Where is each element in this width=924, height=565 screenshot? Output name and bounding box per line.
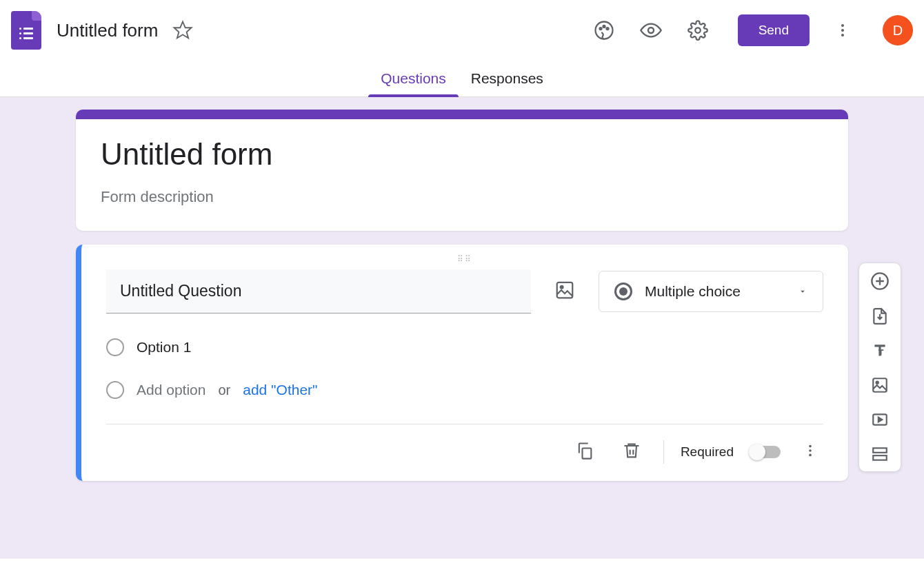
svg-point-9 (841, 34, 844, 37)
image-icon (871, 376, 889, 394)
preview-button[interactable] (637, 17, 665, 44)
video-icon (871, 411, 889, 429)
svg-marker-0 (174, 22, 192, 39)
add-question-image-button[interactable] (548, 273, 582, 310)
app-header: Untitled form Send D (0, 0, 924, 61)
tab-responses[interactable]: Responses (459, 61, 556, 96)
send-button[interactable]: Send (738, 14, 810, 46)
divider (663, 440, 664, 464)
option-label[interactable]: Option 1 (137, 339, 191, 356)
svg-point-6 (695, 28, 701, 33)
radio-outline-icon (106, 338, 124, 356)
canvas: Untitled form Form description ⠿⠿ Multip… (0, 97, 924, 559)
question-card[interactable]: ⠿⠿ Multiple choice Option 1 (76, 245, 848, 481)
required-toggle[interactable] (750, 446, 781, 458)
more-vert-icon (834, 22, 851, 39)
add-option-row: Add option or add "Other" (106, 381, 823, 399)
question-more-button[interactable] (797, 438, 823, 466)
form-title-input[interactable]: Untitled form (101, 137, 823, 172)
tab-questions[interactable]: Questions (368, 61, 459, 96)
form-name-input[interactable]: Untitled form (57, 20, 158, 41)
svg-point-4 (606, 28, 608, 30)
import-questions-button[interactable] (871, 307, 889, 325)
svg-point-5 (648, 28, 654, 33)
more-vert-icon (803, 443, 818, 458)
drag-handle-icon[interactable]: ⠿⠿ (106, 253, 823, 269)
eye-icon (640, 19, 662, 41)
question-footer: Required (106, 424, 823, 481)
form-description-input[interactable]: Form description (101, 188, 823, 206)
star-icon (172, 20, 193, 41)
add-question-button[interactable] (870, 271, 890, 291)
section-icon (871, 445, 889, 463)
add-section-button[interactable] (871, 445, 889, 463)
svg-rect-21 (873, 448, 887, 453)
tabs: Questions Responses (0, 61, 924, 97)
question-type-label: Multiple choice (645, 283, 785, 300)
more-button[interactable] (829, 17, 856, 44)
add-other-button[interactable]: add "Other" (243, 382, 317, 398)
trash-icon (622, 441, 641, 460)
radio-outline-icon (106, 381, 124, 399)
svg-point-13 (809, 445, 812, 448)
floating-toolbar (858, 263, 901, 472)
svg-point-8 (841, 29, 844, 32)
chevron-down-icon (798, 287, 807, 296)
question-type-select[interactable]: Multiple choice (599, 271, 823, 312)
star-button[interactable] (169, 17, 197, 44)
forms-logo[interactable] (11, 11, 41, 50)
customize-theme-button[interactable] (590, 17, 618, 44)
question-title-input[interactable] (106, 269, 531, 314)
required-label: Required (681, 444, 734, 460)
add-video-button[interactable] (871, 411, 889, 429)
svg-point-2 (599, 28, 601, 30)
form-header-card[interactable]: Untitled form Form description (76, 110, 848, 231)
svg-point-15 (809, 454, 812, 457)
copy-icon (575, 441, 594, 460)
svg-point-18 (876, 382, 878, 384)
svg-point-7 (841, 24, 844, 27)
duplicate-button[interactable] (570, 435, 600, 469)
gear-icon (687, 20, 708, 41)
svg-point-14 (809, 449, 812, 452)
settings-button[interactable] (684, 17, 712, 44)
svg-marker-20 (878, 418, 882, 422)
palette-icon (594, 20, 614, 41)
svg-point-1 (595, 22, 612, 39)
or-text: or (218, 382, 230, 398)
image-icon (554, 280, 575, 300)
delete-button[interactable] (616, 435, 647, 469)
import-icon (871, 307, 889, 325)
add-image-button[interactable] (871, 376, 889, 394)
text-icon (871, 342, 889, 360)
svg-rect-17 (873, 378, 887, 392)
option-row[interactable]: Option 1 (106, 338, 823, 356)
plus-circle-icon (870, 271, 890, 291)
svg-point-3 (603, 25, 605, 28)
svg-rect-22 (873, 455, 887, 460)
svg-rect-12 (582, 449, 591, 459)
svg-rect-10 (557, 282, 573, 298)
add-title-button[interactable] (871, 342, 889, 360)
radio-icon (614, 282, 632, 300)
account-avatar[interactable]: D (883, 15, 913, 45)
add-option-button[interactable]: Add option (137, 382, 205, 398)
svg-point-11 (561, 286, 563, 289)
